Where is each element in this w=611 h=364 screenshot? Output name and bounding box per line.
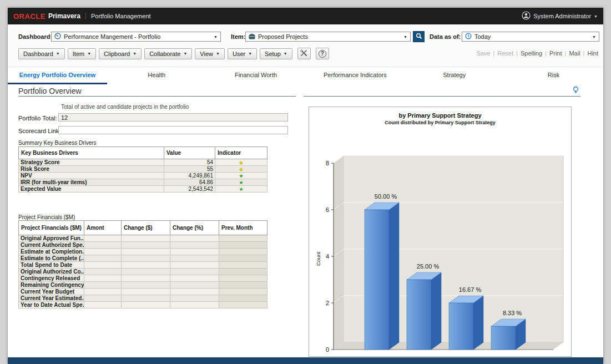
kbd-row-irr-for-multi-year-items[interactable]: IRR (for multi-year items)64.86★ (19, 179, 267, 186)
menu-clipboard[interactable]: Clipboard▼ (99, 48, 142, 59)
financial-cell (219, 242, 267, 249)
item-select[interactable]: Proposed Projects ▼ (245, 32, 411, 42)
financial-cell (219, 235, 267, 242)
financial-cell (219, 249, 267, 255)
financial-name: Contingency Released (19, 275, 84, 282)
financials-row-original-authorized-co[interactable]: Original Authorized Co... (19, 269, 267, 275)
driver-name: Strategy Score (19, 159, 164, 166)
diamond-indicator-icon: ◆ (239, 166, 243, 172)
financials-row-current-authorized-spe[interactable]: Current Authorized Spe... (19, 242, 267, 249)
financials-row-estimate-at-completion[interactable]: Estimate at Completion... (19, 249, 267, 255)
data-as-of-select[interactable]: Today ▼ (462, 32, 599, 42)
separator: | (565, 50, 567, 57)
link-spelling[interactable]: Spelling (521, 50, 542, 57)
app-window: ORACLE Primavera Portfolio Management Sy… (8, 8, 603, 364)
kbd-row-strategy-score[interactable]: Strategy Score54◆ (19, 159, 267, 166)
diamond-indicator-icon: ◆ (239, 160, 243, 165)
financial-cell (122, 269, 170, 275)
user-icon (522, 11, 531, 21)
financial-cell (122, 275, 170, 282)
kbd-row-expected-value[interactable]: Expected Value2,543,542★ (19, 186, 267, 193)
portfolio-total-field[interactable] (58, 113, 288, 122)
help-button[interactable]: ? (316, 48, 329, 59)
menu-collaborate[interactable]: Collaborate▼ (144, 48, 192, 59)
financial-cell (170, 249, 219, 255)
financial-name: Year to Date Actual Spe... (19, 302, 84, 309)
menu-item[interactable]: Item▼ (68, 48, 96, 59)
user-menu[interactable]: System Administrator ▼ (522, 11, 598, 21)
section-divider (18, 96, 296, 97)
search-button[interactable] (413, 31, 425, 42)
svg-text:8: 8 (326, 160, 329, 166)
section-divider (304, 96, 580, 97)
financial-cell (84, 275, 122, 282)
kbd-row-risk-score[interactable]: Risk Score55◆ (19, 166, 267, 173)
financial-name: Estimate to Complete (... (19, 255, 84, 262)
driver-name: Risk Score (19, 166, 164, 173)
financials-row-estimate-to-complete[interactable]: Estimate to Complete (... (19, 255, 267, 262)
column-header-amont: Amont (84, 221, 122, 235)
oracle-logo: ORACLE (13, 12, 46, 21)
link-print[interactable]: Print (549, 50, 562, 57)
tab-risk[interactable]: Risk (504, 67, 603, 84)
financials-row-current-year-budget[interactable]: Current Year Budget (19, 289, 267, 295)
separator: | (493, 50, 494, 57)
financials-row-remaining-contingency[interactable]: Remaining Contingency (19, 282, 267, 289)
caret-down-icon: ▼ (592, 35, 596, 39)
financial-cell (122, 302, 170, 309)
financials-row-current-year-estimated[interactable]: Current Year Estimated... (19, 295, 267, 302)
driver-name: IRR (for multi-year items) (19, 179, 164, 186)
financials-section-title: Project Financials ($M) (18, 214, 75, 220)
svg-text:4: 4 (326, 253, 329, 260)
menu-setup[interactable]: Setup▼ (260, 48, 292, 59)
financials-row-year-to-date-actual-spe[interactable]: Year to Date Actual Spe... (19, 302, 267, 309)
portfolio-total-label: Portfolio Total: (18, 115, 57, 122)
tab-financial-worth[interactable]: Financial Worth (206, 67, 306, 84)
tab-energy-portfolio-overview[interactable]: Energy Portfolio Overview (8, 67, 107, 84)
caret-down-icon: ▼ (87, 52, 91, 55)
dashboard-select[interactable]: Performance Mangement - Portfolio ▼ (51, 32, 221, 42)
driver-name: Expected Value (19, 186, 164, 193)
tab-performance-indicators[interactable]: Performance Indicators (305, 67, 405, 84)
dashboard-value: Performance Mangement - Portfolio (64, 33, 160, 40)
financial-cell (84, 255, 122, 262)
financial-name: Current Year Estimated... (19, 295, 84, 302)
menu-label: Collaborate (149, 50, 180, 57)
tab-health[interactable]: Health (107, 67, 206, 84)
link-reset[interactable]: Reset (497, 50, 513, 57)
svg-text:0: 0 (326, 346, 329, 353)
financials-table: Project Financials ($M)AmontChange ($)Ch… (18, 220, 267, 309)
financial-cell (122, 289, 170, 295)
dashboard-label: Dashboard: (18, 33, 52, 40)
scorecard-link-field[interactable] (58, 126, 288, 134)
data-as-of-value: Today (474, 33, 491, 40)
star-indicator-icon: ★ (239, 173, 243, 179)
top-bar: ORACLE Primavera Portfolio Management Sy… (8, 8, 603, 24)
lightbulb-icon[interactable] (572, 86, 579, 97)
financial-name: Original Authorized Co... (19, 269, 84, 275)
financials-row-original-approved-fun[interactable]: Original Approved Fun... (19, 235, 267, 242)
tab-strategy[interactable]: Strategy (405, 67, 504, 84)
menu-label: Clipboard (104, 50, 130, 57)
financial-name: Current Authorized Spe... (19, 242, 84, 249)
menu-user[interactable]: User▼ (228, 48, 257, 59)
link-save[interactable]: Save (476, 50, 490, 57)
dashboard-icon (54, 33, 61, 41)
financial-cell (122, 249, 170, 255)
financial-cell (84, 242, 122, 249)
link-mail[interactable]: Mail (569, 50, 580, 57)
financials-row-total-spend-to-date[interactable]: Total Spend to Date (19, 262, 267, 269)
separator: | (516, 50, 518, 57)
link-hint[interactable]: Hint (587, 50, 598, 57)
caret-down-icon: ▼ (248, 52, 252, 55)
kbd-row-npv[interactable]: NPV4,249,861★ (19, 173, 267, 179)
menu-view[interactable]: View▼ (195, 48, 225, 59)
menu-dashboard[interactable]: Dashboard▼ (18, 48, 65, 59)
star-indicator-icon: ★ (239, 180, 243, 185)
column-header-change: Change (%) (170, 221, 219, 235)
customize-button[interactable] (297, 48, 311, 59)
content: Portfolio Overview Total of active and c… (8, 84, 603, 357)
financials-row-contingency-released[interactable]: Contingency Released (19, 275, 267, 282)
financial-cell (122, 295, 170, 302)
svg-text:2: 2 (326, 300, 329, 306)
